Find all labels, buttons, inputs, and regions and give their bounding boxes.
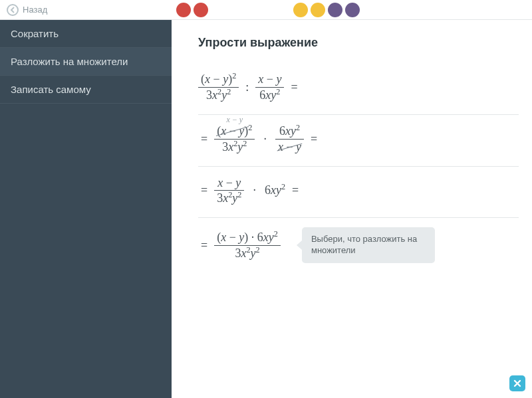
step-1: (x − y)2 3x2y2 : x − y 6xy2 = xyxy=(198,63,519,115)
page-title: Упрости выражение xyxy=(198,36,519,50)
close-icon xyxy=(513,379,521,387)
hint-bubble: Выбери, что разложить на множители xyxy=(302,227,435,263)
sidebar-item-label: Разложить на множители xyxy=(11,56,128,67)
progress-dot xyxy=(176,3,191,17)
topbar: Назад xyxy=(0,0,532,20)
back-label: Назад xyxy=(23,5,47,15)
content: Упрости выражение (x − y)2 3x2y2 : x − y… xyxy=(172,20,532,398)
progress-dot xyxy=(345,3,360,17)
sidebar-item-factor[interactable]: Разложить на множители xyxy=(0,48,172,76)
back-button[interactable]: Назад xyxy=(7,4,47,16)
sidebar: Сократить Разложить на множители Записат… xyxy=(0,20,172,398)
progress-dots xyxy=(176,3,360,17)
sidebar-item-write-self[interactable]: Записать самому xyxy=(0,76,172,104)
step-3: = x − y 3x2y2 6xy2 = xyxy=(198,167,519,219)
sidebar-item-reduce[interactable]: Сократить xyxy=(0,20,172,48)
progress-dot xyxy=(194,3,208,17)
close-button[interactable] xyxy=(509,375,525,391)
sidebar-item-label: Записать самому xyxy=(11,84,91,95)
chevron-left-icon xyxy=(7,4,19,16)
cancel-label: x − y xyxy=(226,115,243,125)
math-expression: = x − y (x − y)2 3x2y2 6xy2 x − y = xyxy=(198,124,320,154)
math-expression: (x − y)2 3x2y2 : x − y 6xy2 = xyxy=(198,72,301,102)
progress-dot xyxy=(311,3,325,17)
sidebar-item-label: Сократить xyxy=(11,28,59,39)
progress-dot xyxy=(293,3,308,17)
hint-text: Выбери, что разложить на множители xyxy=(311,234,417,255)
step-2: = x − y (x − y)2 3x2y2 6xy2 x − y = xyxy=(198,115,519,167)
math-expression: = (x − y) · 6xy2 3x2y2 xyxy=(198,231,281,260)
step-4: = (x − y) · 6xy2 3x2y2 Выбери, что разло… xyxy=(198,218,519,275)
math-expression: = x − y 3x2y2 6xy2 = xyxy=(198,176,301,206)
progress-dot xyxy=(328,3,342,17)
